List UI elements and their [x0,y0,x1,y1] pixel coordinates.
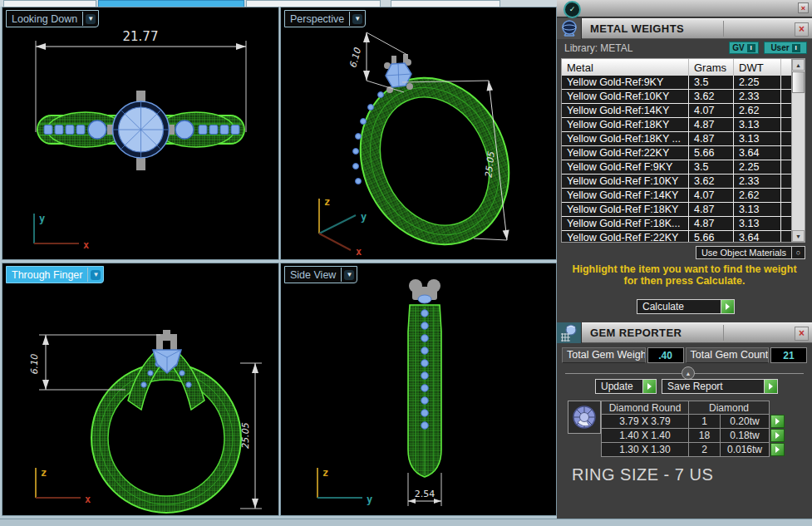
metal-table-row[interactable]: Yellow Gold-Ref:18KY ...4.873.13 [562,132,791,146]
app-window: Looking Down ▼ 21.77 [0,0,812,526]
axis-label-y: y [367,494,372,505]
viewport-canvas-looking-down[interactable]: 21.77 [2,7,277,258]
panel-title: METAL WEIGHTS [590,22,684,35]
total-gem-count-value: 21 [770,347,807,363]
metal-cell: 5.66 [689,231,734,242]
gem-count: 2 [689,443,721,457]
calculate-button[interactable]: Calculate [637,299,735,314]
metal-cell: Yellow Gold-Ref:14KY [562,104,689,118]
gem-column-header-shape: Diamond Round [601,401,689,415]
tab-fragment[interactable] [3,0,96,7]
viewport-canvas-perspective[interactable]: 6.10 25.05 z y x [281,7,554,258]
close-icon[interactable]: × [798,2,809,13]
gem-row-action-button[interactable] [770,429,785,442]
metal-cell: 4.87 [689,203,734,217]
chevron-down-icon[interactable]: ▼ [82,12,98,26]
chevron-down-icon[interactable]: ▼ [341,268,357,282]
column-header-grams[interactable]: Grams [689,59,734,76]
ring-size-text: RING SIZE - 7 US [572,465,713,484]
viewport-perspective[interactable]: Perspective ▼ [280,7,557,260]
metal-cell-filler [781,104,791,118]
gem-size: 1.40 X 1.40 [601,429,689,443]
axis-label-x: x [356,246,362,258]
metal-table-row[interactable]: Yellow Gold-Ref F:14KY4.072.62 [562,189,791,203]
viewport-label-looking-down[interactable]: Looking Down ▼ [6,10,99,27]
metal-table-row[interactable]: Yellow Gold-Ref F:18KY4.873.13 [562,203,791,217]
viewport-through-finger[interactable]: Through Finger ▼ [2,263,279,516]
gem-row-action-button[interactable] [770,443,785,456]
metal-cell: 4.87 [689,132,734,146]
tab-fragment[interactable] [391,0,500,7]
radio-icon[interactable]: ○ [792,246,805,259]
save-report-button[interactable]: Save Report [662,379,778,394]
metal-cell: 2.62 [734,104,781,118]
metal-weights-header[interactable]: METAL WEIGHTS × [557,18,812,39]
metal-cell: 2.25 [734,160,781,175]
chevron-down-icon[interactable]: ▼ [87,268,103,282]
viewport-canvas-through-finger[interactable]: 6.10 25.05 z x [2,263,277,514]
metal-table-row[interactable]: Yellow Gold-Ref:18KY4.873.13 [562,118,791,132]
dimension-label: 21.77 [123,29,159,44]
arrow-right-icon [764,380,777,393]
scroll-down-icon[interactable]: ▼ [792,230,805,242]
metal-cell: 2.25 [734,76,781,90]
update-label: Update [596,380,642,393]
viewport-label-through-finger[interactable]: Through Finger ▼ [6,266,104,283]
gem-size: 3.79 X 3.79 [601,415,689,429]
tab-fragment-active[interactable] [98,0,244,7]
scrollbar-thumb[interactable] [792,71,805,93]
metal-cell-filler [781,132,791,146]
chevron-down-icon[interactable]: ▼ [349,12,365,26]
splitter-knob[interactable]: ▲ [682,366,695,380]
metal-cell: Yellow Gold-Ref:18KY ... [562,132,689,146]
metal-table-scrollbar[interactable]: ▲ ▼ [791,59,805,242]
metal-table-row[interactable]: Yellow Gold-Ref:14KY4.072.62 [562,104,791,118]
metal-cell: 3.5 [689,76,734,90]
close-icon[interactable]: × [795,327,809,341]
metal-table-row[interactable]: Yellow Gold-Ref F:22KY5.663.64 [562,231,791,242]
gem-reporter-header[interactable]: GEM REPORTER × [557,322,812,343]
metal-cell-filler [781,118,791,132]
metal-cell-filler [781,175,791,189]
column-header-dwt[interactable]: DWT [734,59,781,76]
metal-table-row[interactable]: Yellow Gold-Ref:9KY3.52.25 [562,76,791,90]
metal-cell: 5.66 [689,146,734,160]
metal-weights-table[interactable]: Metal Grams DWT Yellow Gold-Ref:9KY3.52.… [561,58,805,243]
user-toggle-button[interactable]: User I [764,42,807,54]
gem-row-action-button[interactable] [770,415,785,428]
header-bar: GEM REPORTER × [582,322,812,343]
total-gem-weight-value: .40 [647,347,684,363]
viewport-side-view[interactable]: Side View ▼ [280,263,557,516]
column-header-metal[interactable]: Metal [562,59,689,76]
metal-table-row[interactable]: Yellow Gold-Ref:10KY3.622.33 [562,90,791,104]
metal-cell-filler [781,231,791,242]
metal-table-body: Yellow Gold-Ref:9KY3.52.25Yellow Gold-Re… [562,76,791,242]
update-button[interactable]: Update [595,379,657,394]
metal-cell: Yellow Gold-Ref:22KY [562,146,689,160]
viewport-canvas-side-view[interactable]: 2.54 z y [281,263,554,514]
viewport-label-perspective[interactable]: Perspective ▼ [284,10,366,27]
metal-table-row[interactable]: Yellow Gold-Ref F:10KY3.622.33 [562,175,791,189]
panel-title: GEM REPORTER [590,327,682,339]
viewport-looking-down[interactable]: Looking Down ▼ 21.77 [2,7,279,260]
tab-fragment[interactable] [246,0,381,7]
gv-label: GV [732,43,744,52]
metal-table-row[interactable]: Yellow Gold-Ref:22KY5.663.64 [562,146,791,160]
scroll-up-icon[interactable]: ▲ [792,59,805,71]
close-icon[interactable]: × [795,22,809,37]
panel-splitter[interactable]: ▲ [565,373,804,374]
library-value: METAL [600,42,632,54]
use-object-materials-control[interactable]: Use Object Materials ○ [696,246,805,259]
axis-label-z: z [41,467,47,479]
metal-table-row[interactable]: Yellow Gold-Ref F:9KY3.52.25 [562,160,791,175]
gv-toggle-button[interactable]: GV I [729,42,759,54]
gv-indicator: I [747,44,755,52]
gem-table-row: 1.30 X 1.3020.016tw [601,443,785,457]
viewport-label-side-view[interactable]: Side View ▼ [284,266,357,283]
metal-cell: 4.87 [689,217,734,231]
gem-weight: 0.016tw [721,443,770,457]
metal-weights-icon [557,18,582,39]
metal-table-row[interactable]: Yellow Gold-Ref F:18K...4.873.13 [562,217,791,231]
metal-cell: 2.33 [734,175,781,189]
collapsed-panel-header[interactable]: ✓ × [557,0,812,17]
